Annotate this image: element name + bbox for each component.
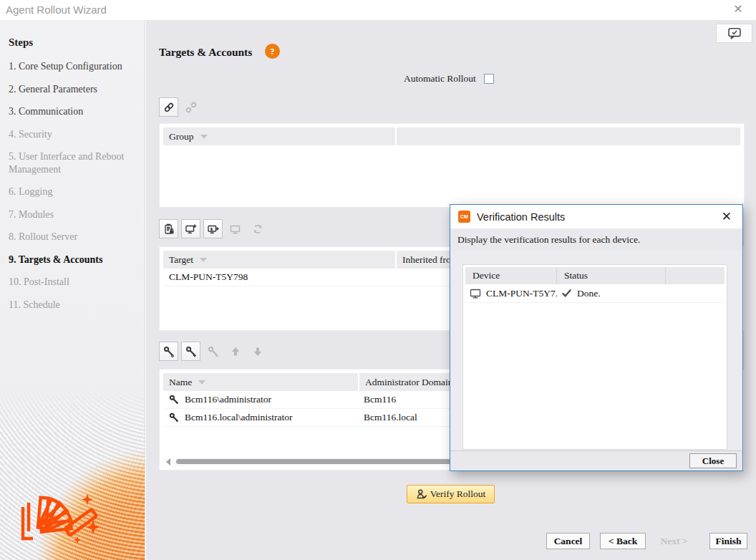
done-check-icon xyxy=(561,288,572,299)
view-credential-button[interactable] xyxy=(159,342,178,361)
sort-desc-icon xyxy=(200,258,207,262)
verification-table: Device Status CLM-PUN-T5Y7... xyxy=(462,264,727,450)
remove-device-button[interactable] xyxy=(226,219,245,238)
add-device-query-button[interactable] xyxy=(203,219,223,238)
next-button[interactable]: Next > xyxy=(656,533,692,549)
sort-desc-icon xyxy=(200,135,208,139)
sidebar-item-rollout-server[interactable]: 8. Rollout Server xyxy=(9,231,135,243)
window-close-icon[interactable]: ✕ xyxy=(730,2,747,18)
column-header-filler xyxy=(666,267,724,284)
groups-toolbar xyxy=(159,97,200,117)
sidebar-item-schedule[interactable]: 11. Schedule xyxy=(9,299,135,312)
arrow-down-icon xyxy=(252,346,263,357)
sidebar-item-communication[interactable]: 3. Communication xyxy=(9,105,135,118)
agent-rollout-wizard-window: Agent Rollout Wizard ✕ Steps 1. Core Set… xyxy=(0,0,756,560)
sidebar-item-targets-accounts[interactable]: 9. Targets & Accounts xyxy=(9,254,135,266)
dialog-footer: Close xyxy=(450,450,742,470)
dialog-title: Verification Results xyxy=(477,211,565,223)
sidebar-item-modules[interactable]: 7. Modules xyxy=(9,208,135,221)
key-view-icon xyxy=(163,346,175,357)
clipboard-lock-icon xyxy=(163,223,175,235)
dialog-close-icon[interactable]: ✕ xyxy=(719,209,735,224)
feedback-button[interactable] xyxy=(716,24,752,43)
targets-toolbar xyxy=(159,219,267,238)
monitor-icon xyxy=(470,288,481,299)
groups-panel: Group xyxy=(159,123,745,208)
close-button[interactable]: Close xyxy=(689,453,737,468)
arrow-up-icon xyxy=(230,346,241,357)
unlink-icon xyxy=(185,102,197,113)
add-device-button[interactable] xyxy=(181,219,200,238)
finish-button[interactable]: Finish xyxy=(709,533,747,549)
add-credential-button[interactable] xyxy=(181,342,200,361)
device-cell: CLM-PUN-T5Y7... xyxy=(465,288,557,299)
page-title: Targets & Accounts xyxy=(159,46,252,59)
groups-table-header: Group xyxy=(163,127,740,145)
sidebar-item-general-parameters[interactable]: 2. General Parameters xyxy=(9,83,135,96)
speech-bubble-check-icon xyxy=(727,26,742,41)
sidebar-item-user-interface-reboot[interactable]: 5. User Interface and Reboot Management xyxy=(9,150,135,175)
column-header-name[interactable]: Name xyxy=(163,373,358,391)
sidebar-item-post-install[interactable]: 10. Post-Install xyxy=(9,276,135,289)
wave-lines-graphic xyxy=(0,390,145,560)
steps-heading: Steps xyxy=(9,37,136,49)
verify-rollout-label: Verify Rollout xyxy=(430,488,486,500)
verification-table-header: Device Status xyxy=(465,267,724,284)
column-header-group[interactable]: Group xyxy=(163,127,395,145)
dialog-description: Display the verification results for eac… xyxy=(450,228,742,251)
monitor-plus-icon xyxy=(185,223,197,235)
automatic-rollout-label: Automatic Rollout xyxy=(404,73,476,85)
cancel-button[interactable]: Cancel xyxy=(546,533,590,549)
column-header-status[interactable]: Status xyxy=(557,267,666,284)
key-icon xyxy=(169,412,180,423)
credential-name-cell: Bcm116.local\administrator xyxy=(163,412,358,423)
monitor-query-plus-icon xyxy=(208,223,219,235)
automatic-rollout-row: Automatic Rollout xyxy=(404,73,494,85)
unlink-group-button[interactable] xyxy=(181,97,200,117)
sidebar-item-logging[interactable]: 6. Logging xyxy=(9,185,135,198)
column-header-target[interactable]: Target xyxy=(163,251,395,269)
sort-desc-icon xyxy=(198,380,205,385)
key-icon xyxy=(169,395,180,405)
help-icon[interactable]: ? xyxy=(265,44,280,59)
verify-rollout-button[interactable]: Verify Rollout xyxy=(407,485,495,503)
column-header-group-filler xyxy=(397,127,740,145)
key-minus-icon xyxy=(208,346,219,357)
window-titlebar: Agent Rollout Wizard ✕ xyxy=(0,0,756,20)
refresh-icon xyxy=(252,223,263,235)
window-title: Agent Rollout Wizard xyxy=(6,4,107,16)
sidebar-decoration xyxy=(0,390,145,560)
monitor-icon xyxy=(230,223,241,235)
status-cell: Done. xyxy=(557,288,666,299)
dialog-titlebar: CM Verification Results ✕ xyxy=(450,205,742,228)
scroll-left-icon[interactable] xyxy=(166,458,170,465)
automatic-rollout-checkbox[interactable] xyxy=(484,74,494,84)
verification-results-dialog: CM Verification Results ✕ Display the ve… xyxy=(450,204,743,471)
device-list-lock-button[interactable] xyxy=(159,219,178,238)
sidebar-item-security[interactable]: 4. Security xyxy=(9,128,135,141)
target-cell: CLM-PUN-T5Y798 xyxy=(163,271,395,283)
move-up-button[interactable] xyxy=(226,342,245,361)
column-header-device[interactable]: Device xyxy=(465,267,557,284)
refresh-button[interactable] xyxy=(248,219,267,238)
person-check-icon xyxy=(416,488,427,500)
key-plus-icon xyxy=(185,346,197,357)
magic-wand-icon xyxy=(13,463,107,547)
link-group-button[interactable] xyxy=(159,97,178,117)
sidebar-item-core-setup[interactable]: 1. Core Setup Configuration xyxy=(9,60,135,73)
credential-name-cell: Bcm116\administrator xyxy=(163,394,358,405)
verification-result-row[interactable]: CLM-PUN-T5Y7... Done. xyxy=(465,284,724,303)
link-icon xyxy=(163,102,175,113)
remove-credential-button[interactable] xyxy=(203,342,223,361)
steps-sidebar: Steps 1. Core Setup Configuration 2. Gen… xyxy=(0,20,145,560)
back-button[interactable]: < Back xyxy=(600,533,646,549)
orange-sweep-graphic xyxy=(0,390,145,560)
cm-app-icon: CM xyxy=(458,211,470,223)
move-down-button[interactable] xyxy=(248,342,267,361)
accounts-toolbar xyxy=(159,342,267,361)
